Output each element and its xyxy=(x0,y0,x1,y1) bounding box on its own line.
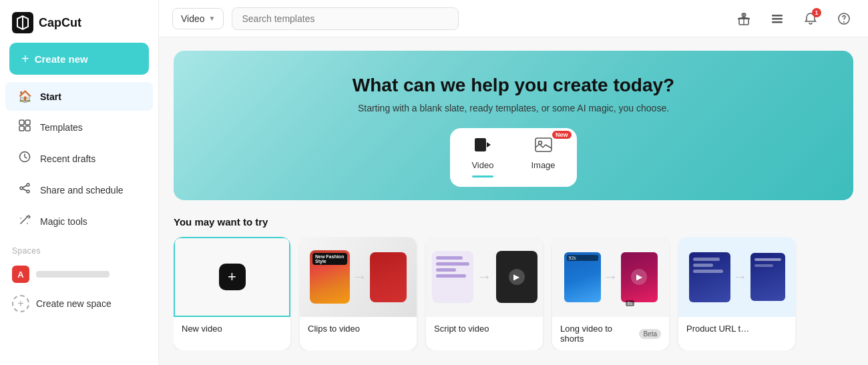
new-video-plus-icon: + xyxy=(219,264,246,290)
main-content: Video ▼ 1 What can we help you create to… xyxy=(159,0,868,365)
app-logo-text: CapCut xyxy=(39,16,81,30)
svg-point-7 xyxy=(20,187,23,190)
try-card-clips-to-video[interactable]: New Fashion Style → Clips to video xyxy=(300,237,417,350)
try-card-product-url[interactable]: → Product URL t… xyxy=(678,237,795,350)
help-icon-button[interactable] xyxy=(833,8,855,29)
sidebar-item-magic-tools[interactable]: Magic tools xyxy=(5,206,153,236)
templates-icon xyxy=(17,119,32,135)
new-badge: New xyxy=(552,131,572,139)
long-play-icon: ▶ xyxy=(631,269,647,285)
svg-rect-11 xyxy=(772,18,783,20)
product-arrow-icon: → xyxy=(733,268,748,286)
sidebar-item-share-schedule[interactable]: Share and schedule xyxy=(5,175,153,205)
topbar-icons: 1 xyxy=(733,8,855,29)
long-tag-1: 92s xyxy=(567,255,598,261)
hero-tab-image[interactable]: New Image xyxy=(520,135,566,180)
clips-to-video-thumb: New Fashion Style → xyxy=(300,237,417,317)
home-icon: 🏠 xyxy=(17,89,32,103)
plus-icon: + xyxy=(21,52,29,65)
new-video-thumb: + xyxy=(174,237,290,317)
notification-badge: 1 xyxy=(812,8,821,17)
create-new-button[interactable]: + Create new xyxy=(9,43,149,75)
try-card-long-video[interactable]: 92s → ▶ 8s Long video to shorts Beta xyxy=(552,237,669,350)
svg-rect-1 xyxy=(19,120,24,125)
clip-img-left: New Fashion Style xyxy=(310,250,350,304)
try-section: You may want to try + New video New Fash… xyxy=(174,216,853,350)
hero-tab-video-label: Video xyxy=(471,160,493,170)
topbar: Video ▼ 1 xyxy=(159,0,868,37)
notification-icon-button[interactable]: 1 xyxy=(800,8,821,29)
svg-point-6 xyxy=(27,184,29,186)
product-url-name: Product URL t… xyxy=(678,317,795,340)
space-name-bar xyxy=(36,271,110,278)
sidebar-item-recent-drafts[interactable]: Recent drafts xyxy=(5,143,153,173)
new-video-name: New video xyxy=(174,317,290,340)
hero-subtitle: Starting with a blank slate, ready templ… xyxy=(358,103,669,113)
sidebar-item-recent-drafts-label: Recent drafts xyxy=(40,153,95,164)
gift-icon-button[interactable] xyxy=(733,8,754,29)
space-item-a[interactable]: A xyxy=(0,260,158,289)
long-img-group: 92s → ▶ 8s xyxy=(564,252,658,302)
create-new-label: Create new xyxy=(35,53,88,65)
svg-rect-12 xyxy=(772,21,783,23)
script-to-video-thumb: → ▶ xyxy=(426,237,543,317)
sidebar-item-templates-label: Templates xyxy=(40,122,83,133)
script-right-panel: ▶ xyxy=(496,251,537,303)
share-icon xyxy=(17,182,32,198)
long-arrow-icon: → xyxy=(604,268,618,286)
try-card-script-to-video[interactable]: → ▶ Script to video xyxy=(426,237,543,350)
clip-arrow-icon: → xyxy=(353,268,367,286)
menu-icon-button[interactable] xyxy=(767,8,788,29)
svg-marker-16 xyxy=(487,142,491,147)
magic-icon xyxy=(17,214,32,229)
script-arrow-icon: → xyxy=(477,268,492,286)
page-content: What can we help you create today? Start… xyxy=(159,37,868,365)
try-section-label: You may want to try xyxy=(174,216,853,228)
hero-title: What can we help you create today? xyxy=(353,75,674,96)
create-new-space-button[interactable]: + Create new space xyxy=(0,289,158,318)
product-url-thumb: → xyxy=(678,237,795,317)
chevron-down-icon: ▼ xyxy=(209,15,216,22)
try-cards-grid: + New video New Fashion Style → Clips to… xyxy=(174,237,853,350)
sidebar-item-share-schedule-label: Share and schedule xyxy=(40,185,124,196)
script-to-video-name: Script to video xyxy=(426,317,543,340)
space-avatar: A xyxy=(12,266,29,283)
hero-tabs: Video New Image xyxy=(450,128,576,187)
search-input[interactable] xyxy=(232,7,459,30)
hero-tab-image-label: Image xyxy=(531,160,555,170)
sidebar-item-templates[interactable]: Templates xyxy=(5,112,153,142)
long-tag-2: 8s xyxy=(626,300,634,306)
long-img-1: 92s xyxy=(564,252,601,302)
clip-badge: New Fashion Style xyxy=(312,253,347,265)
svg-rect-10 xyxy=(772,15,783,17)
video-filter-dropdown[interactable]: Video ▼ xyxy=(172,8,224,29)
sidebar-item-start[interactable]: 🏠 Start xyxy=(5,82,153,111)
svg-rect-15 xyxy=(475,138,486,151)
long-video-name: Long video to shorts xyxy=(560,324,635,344)
play-icon: ▶ xyxy=(509,269,525,285)
hero-tab-video[interactable]: Video xyxy=(461,135,504,180)
create-space-plus-icon: + xyxy=(12,295,29,312)
video-filter-label: Video xyxy=(181,13,205,24)
logo-area: CapCut xyxy=(0,0,158,43)
product-img xyxy=(689,252,730,302)
create-new-space-label: Create new space xyxy=(36,298,112,309)
hero-banner: What can we help you create today? Start… xyxy=(174,51,853,200)
try-card-new-video[interactable]: + New video xyxy=(174,237,290,350)
capcut-logo-icon xyxy=(12,12,33,33)
sidebar-item-magic-tools-label: Magic tools xyxy=(40,216,87,227)
clip-img-right xyxy=(370,252,407,302)
svg-rect-17 xyxy=(535,138,552,151)
clips-to-video-name: Clips to video xyxy=(300,317,417,340)
sidebar-item-start-label: Start xyxy=(40,91,61,102)
script-left-panel xyxy=(432,251,473,303)
long-img-2: ▶ 8s xyxy=(621,252,658,302)
spaces-section-label: Spaces xyxy=(0,237,158,260)
long-video-name-row: Long video to shorts Beta xyxy=(552,317,669,350)
svg-rect-4 xyxy=(25,126,30,131)
video-tab-icon xyxy=(474,137,491,156)
sidebar: CapCut + Create new 🏠 Start Templates Re… xyxy=(0,0,159,365)
long-video-thumb: 92s → ▶ 8s xyxy=(552,237,669,317)
svg-rect-3 xyxy=(19,126,24,131)
beta-badge: Beta xyxy=(639,329,661,339)
